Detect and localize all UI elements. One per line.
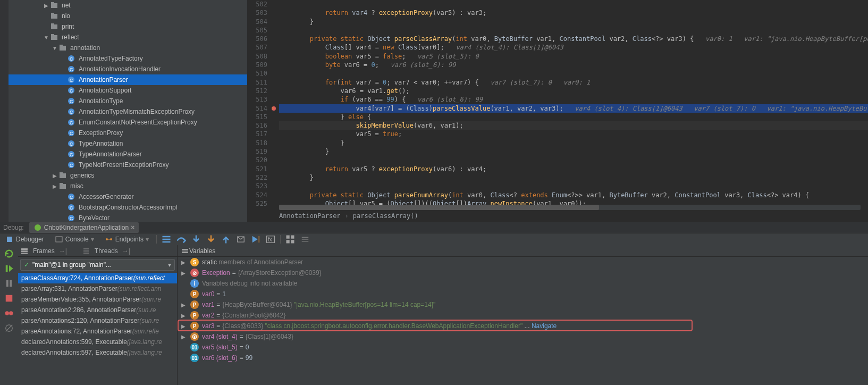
code-line[interactable]: return var5 ? exceptionProxy(var6) : var… xyxy=(279,165,868,173)
frame-row[interactable]: parseAnnotations:72, AnnotationParser (s… xyxy=(18,326,177,337)
variable-row[interactable]: ▶Pvar3={Class@6033} "class cn.jboost.spr… xyxy=(178,321,868,331)
tab-debugger[interactable]: Debugger xyxy=(2,234,47,245)
code-line[interactable]: if (var6 == 99) { var6 (slot_6): 99 xyxy=(279,95,868,104)
twisty-icon[interactable]: ▶ xyxy=(180,334,187,340)
code-line[interactable] xyxy=(279,182,868,190)
tree-item[interactable]: CAccessorGenerator xyxy=(9,191,247,202)
code-editor[interactable]: 5025035045055065075085095105115125135145… xyxy=(247,0,868,222)
code-line[interactable]: var6 = var1.get(); xyxy=(279,87,868,95)
code-line[interactable]: private static Object parseClassArray(in… xyxy=(279,35,868,43)
view-breakpoints-button[interactable] xyxy=(4,308,14,319)
evaluate-expression-button[interactable]: fx xyxy=(265,234,276,245)
tree-item[interactable]: CAnnotationParser xyxy=(9,74,247,85)
tree-item[interactable]: CAnnotatedTypeFactory xyxy=(9,53,247,64)
code-line[interactable]: } xyxy=(279,139,868,147)
code-area[interactable]: return var4 ? exceptionProxy(var5) : var… xyxy=(279,0,868,207)
variable-row[interactable]: 01var5 (slot_5)=0 xyxy=(178,342,868,353)
frame-row[interactable]: parseAnnotations2:120, AnnotationParser … xyxy=(18,315,177,326)
tree-item[interactable]: CBootstrapConstructorAccessorImpl xyxy=(9,202,247,213)
code-line[interactable] xyxy=(279,69,868,78)
tree-item[interactable]: CTypeNotPresentExceptionProxy xyxy=(9,160,247,170)
frame-row[interactable]: declaredAnnotations:597, Executable (jav… xyxy=(18,347,177,358)
twisty-icon[interactable]: ▶ xyxy=(51,183,58,189)
tree-item[interactable]: CAnnotationTypeMismatchExceptionProxy xyxy=(9,106,247,117)
tree-item[interactable]: ▼annotation xyxy=(9,43,247,53)
code-line[interactable]: var4[var7] = (Class)parseClassValue(var1… xyxy=(279,104,868,113)
breadcrumb-class[interactable]: AnnotationParser xyxy=(279,212,341,220)
scrollbar-thumb[interactable] xyxy=(279,205,599,210)
tree-item[interactable]: CAnnotationSupport xyxy=(9,85,247,96)
project-tree[interactable]: ▶netnioprint▼reflect▼annotationCAnnotate… xyxy=(9,0,247,222)
show-execution-point-button[interactable] xyxy=(161,234,172,245)
pause-button[interactable] xyxy=(4,278,14,289)
code-line[interactable] xyxy=(279,26,868,35)
twisty-icon[interactable]: ▶ xyxy=(180,270,187,276)
code-line[interactable]: for(int var7 = 0; var7 < var0; ++var7) {… xyxy=(279,78,868,87)
twisty-icon[interactable]: ▶ xyxy=(180,323,187,329)
tree-item[interactable]: CByteVector xyxy=(9,213,247,222)
settings-button[interactable] xyxy=(300,234,310,245)
twisty-icon[interactable]: ▶ xyxy=(43,3,50,9)
variable-row[interactable]: 01var6 (slot_6)=99 xyxy=(178,353,868,363)
tree-item[interactable]: ▶net xyxy=(9,0,247,11)
step-out-button[interactable] xyxy=(221,234,231,245)
code-line[interactable]: boolean var5 = false; var5 (slot_5): 0 xyxy=(279,52,868,61)
force-step-into-button[interactable] xyxy=(206,234,216,245)
variable-row[interactable]: Pvar0=1 xyxy=(178,289,868,299)
breadcrumb-method[interactable]: parseClassArray() xyxy=(353,212,418,220)
twisty-icon[interactable]: ▶ xyxy=(51,173,58,179)
drop-frame-button[interactable] xyxy=(235,234,246,245)
code-line[interactable]: return var4 ? exceptionProxy(var5) : var… xyxy=(279,9,868,17)
tree-item[interactable]: ▶misc xyxy=(9,181,247,191)
code-line[interactable]: } xyxy=(279,173,868,182)
tree-item[interactable]: nio xyxy=(9,11,247,21)
code-line[interactable] xyxy=(279,156,868,164)
breakpoint-gutter[interactable]: ⚡ xyxy=(271,0,279,207)
code-line[interactable]: skipMemberValue(var6, var1); xyxy=(279,121,868,130)
frame-row[interactable]: parseMemberValue:355, AnnotationParser (… xyxy=(18,294,177,305)
tree-item[interactable]: ▶generics xyxy=(9,170,247,181)
code-line[interactable]: } xyxy=(279,147,868,156)
tab-endpoints[interactable]: Endpoints ▾ xyxy=(102,234,152,245)
twisty-icon[interactable]: ▶ xyxy=(180,313,187,319)
step-over-button[interactable] xyxy=(176,234,187,245)
horizontal-scrollbar[interactable] xyxy=(279,205,861,210)
code-line[interactable]: private static Object parseEnumArray(int… xyxy=(279,191,868,199)
watches-button[interactable] xyxy=(285,234,296,245)
tab-console[interactable]: Console ▾ xyxy=(52,234,97,245)
variable-row[interactable]: ▶Pvar1={HeapByteBuffer@6041} "java.nio.H… xyxy=(178,299,868,310)
run-to-cursor-button[interactable] xyxy=(250,234,261,245)
code-line[interactable]: var5 = true; xyxy=(279,130,868,138)
frame-row[interactable]: declaredAnnotations:599, Executable (jav… xyxy=(18,337,177,347)
resume-button[interactable] xyxy=(4,263,14,274)
tree-item[interactable]: ▼reflect xyxy=(9,32,247,43)
variable-row[interactable]: iVariables debug info not available xyxy=(178,278,868,289)
tree-item[interactable]: CEnumConstantNotPresentExceptionProxy xyxy=(9,117,247,128)
tree-item[interactable]: CTypeAnnotationParser xyxy=(9,149,247,160)
close-icon[interactable]: × xyxy=(131,224,134,231)
tree-item[interactable]: print xyxy=(9,21,247,32)
variable-row[interactable]: ▶Pvar2={ConstantPool@6042} xyxy=(178,310,868,321)
tree-item[interactable]: CTypeAnnotation xyxy=(9,138,247,149)
frame-row[interactable]: parseArray:531, AnnotationParser (sun.re… xyxy=(18,283,177,294)
code-line[interactable]: byte var6 = 0; var6 (slot_6): 99 xyxy=(279,61,868,69)
variable-row[interactable]: ▶Sstatic members of AnnotationParser xyxy=(178,257,868,267)
code-line[interactable] xyxy=(279,0,868,9)
run-config-tab[interactable]: CnbotKindergartenApplication × xyxy=(29,222,139,233)
tree-item[interactable]: CAnnotationInvocationHandler xyxy=(9,64,247,74)
variable-row[interactable]: ▶⦿var4 (slot_4)={Class[1]@6043} xyxy=(178,331,868,342)
step-into-button[interactable] xyxy=(191,234,201,245)
breadcrumb[interactable]: AnnotationParser › parseClassArray() xyxy=(279,210,418,222)
frame-row[interactable]: parseClassArray:724, AnnotationParser (s… xyxy=(18,273,177,283)
thread-selector[interactable]: ✓ "main"@1 in group "main"... ▾ xyxy=(20,259,175,271)
twisty-icon[interactable]: ▼ xyxy=(51,45,58,51)
twisty-icon[interactable]: ▶ xyxy=(180,260,187,265)
tree-item[interactable]: CAnnotationType xyxy=(9,96,247,106)
frame-row[interactable]: parseAnnotation2:286, AnnotationParser (… xyxy=(18,305,177,315)
twisty-icon[interactable]: ▼ xyxy=(43,35,50,40)
tree-item[interactable]: CExceptionProxy xyxy=(9,128,247,138)
code-line[interactable]: } else { xyxy=(279,113,868,121)
rerun-button[interactable] xyxy=(4,248,14,259)
variable-row[interactable]: ▶⊘Exception={ArrayStoreException@6039} xyxy=(178,267,868,278)
code-line[interactable]: Class[] var4 = new Class[var0]; var4 (sl… xyxy=(279,43,868,52)
